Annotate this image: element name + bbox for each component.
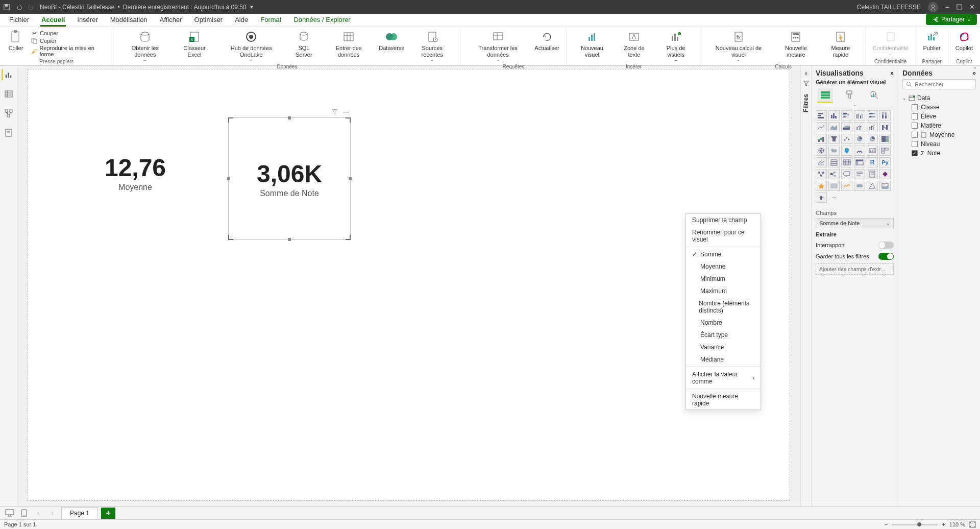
viz-donut[interactable] <box>867 134 878 144</box>
viz-image[interactable] <box>879 181 891 191</box>
viz-card-new[interactable] <box>828 181 840 191</box>
ctx-median[interactable]: Médiane <box>686 353 761 366</box>
model-view-icon[interactable] <box>3 108 14 119</box>
field-well-value[interactable]: Somme de Note ⌄ <box>816 218 894 228</box>
resize-handle[interactable] <box>288 116 291 119</box>
ctx-remove[interactable]: Supprimer le champ <box>686 214 761 226</box>
checkbox[interactable] <box>912 113 918 119</box>
viz-filled-map[interactable] <box>828 146 840 156</box>
checkbox[interactable] <box>912 150 918 156</box>
tab-donnees[interactable]: Données / Explorer <box>287 14 356 27</box>
zoom-in-icon[interactable]: + <box>942 521 945 527</box>
viz-r[interactable]: R <box>867 157 878 167</box>
fit-page-icon[interactable] <box>969 521 976 528</box>
viz-get-more[interactable] <box>816 193 827 203</box>
tab-modelisation[interactable]: Modélisation <box>104 14 154 27</box>
viz-stacked-col[interactable] <box>828 110 840 121</box>
paste-button[interactable]: Coller <box>4 29 28 53</box>
viz-azure-map[interactable] <box>841 146 852 156</box>
ctx-show-as[interactable]: Afficher la valeur comme› <box>686 368 761 388</box>
refresh-button[interactable]: Actualiser <box>532 29 562 53</box>
checkbox[interactable] <box>912 132 918 138</box>
zoom-slider[interactable] <box>892 524 938 525</box>
field-note[interactable]: ΣNote <box>902 149 976 158</box>
card-somme-note[interactable]: ⋯ 3,06K Somme de Note <box>228 117 351 240</box>
dax-view-icon[interactable] <box>3 127 14 138</box>
format-mode-icon[interactable] <box>842 88 857 103</box>
ctx-var[interactable]: Variance <box>686 341 761 353</box>
viz-100-col[interactable] <box>879 110 891 121</box>
viz-waterfall[interactable] <box>816 134 827 144</box>
sql-button[interactable]: SQL Server <box>287 29 321 59</box>
desktop-layout-icon[interactable] <box>4 508 15 518</box>
resize-handle[interactable] <box>288 238 291 241</box>
tab-afficher[interactable]: Afficher <box>154 14 188 27</box>
viz-gauge[interactable] <box>854 146 865 156</box>
card-moyenne[interactable]: 12,76 Moyenne <box>69 154 202 192</box>
viz-goals[interactable] <box>816 181 827 191</box>
drill-drop-zone[interactable]: Ajouter des champs d'extr... <box>816 263 894 275</box>
redo-icon[interactable] <box>28 4 35 11</box>
dataverse-button[interactable]: Dataverse <box>376 29 407 53</box>
zoom-out-icon[interactable]: − <box>885 521 888 527</box>
onelake-button[interactable]: Hub de données OneLake⌄ <box>216 29 286 63</box>
format-painter-button[interactable]: 🖌Reproduire la mise en forme <box>31 45 107 57</box>
viz-more[interactable]: ⋯ <box>828 193 840 203</box>
chevron-down-icon[interactable]: ⌄ <box>886 221 890 226</box>
tab-fichier[interactable]: Fichier <box>3 14 35 27</box>
more-visuals-button[interactable]: +Plus de visuels⌄ <box>655 29 697 63</box>
viz-clustered-col[interactable] <box>854 110 865 121</box>
ctx-dcount[interactable]: Nombre (éléments distincts) <box>686 297 761 317</box>
quick-measure-button[interactable]: Mesure rapide <box>820 29 861 59</box>
report-view-icon[interactable] <box>2 69 13 80</box>
ctx-count[interactable]: Nombre <box>686 317 761 329</box>
viz-line-col2[interactable] <box>867 122 878 132</box>
add-page-button[interactable]: + <box>101 508 115 519</box>
viz-ribbon[interactable] <box>879 122 891 132</box>
share-button[interactable]: Partager ⌄ <box>926 14 977 25</box>
tab-optimiser[interactable]: Optimiser <box>188 14 229 27</box>
resize-corner[interactable] <box>346 117 351 123</box>
filter-icon[interactable] <box>331 109 338 116</box>
page-tab-1[interactable]: Page 1 <box>61 507 98 519</box>
minimize-icon[interactable]: − <box>945 3 949 11</box>
new-measure-button[interactable]: Nouvelle mesure <box>773 29 820 59</box>
viz-map[interactable] <box>816 146 827 156</box>
close-icon[interactable]: ✕ <box>969 3 975 11</box>
ctx-max[interactable]: Maximum <box>686 285 761 297</box>
publish-button[interactable]: Publier <box>920 29 944 53</box>
field-matiere[interactable]: Matière <box>902 121 976 130</box>
viz-sparkline[interactable] <box>841 181 852 191</box>
viz-stacked-bar[interactable] <box>816 110 827 121</box>
viz-powerapps[interactable] <box>879 169 891 179</box>
copy-button[interactable]: Copier <box>31 37 107 44</box>
tab-aide[interactable]: Aide <box>229 14 254 27</box>
report-canvas[interactable]: 12,76 Moyenne ⋯ 3,06K Somme de Note <box>28 69 790 501</box>
viz-python[interactable]: Py <box>879 157 891 167</box>
avatar[interactable] <box>928 2 938 12</box>
viz-pie[interactable] <box>854 134 865 144</box>
expand-icon[interactable]: « <box>804 70 807 76</box>
viz-funnel[interactable] <box>828 134 840 144</box>
mobile-layout-icon[interactable] <box>18 508 30 518</box>
get-data-button[interactable]: Obtenir les données⌄ <box>118 29 173 63</box>
ctx-sum[interactable]: ✓Somme <box>686 248 761 260</box>
field-niveau[interactable]: Niveau <box>902 139 976 149</box>
resize-handle[interactable] <box>349 177 352 180</box>
viz-treemap[interactable] <box>879 134 891 144</box>
filters-pane-collapsed[interactable]: « Filtres <box>800 66 812 506</box>
resize-corner[interactable] <box>228 117 233 123</box>
field-moyenne[interactable]: Moyenne <box>902 130 976 139</box>
more-icon[interactable]: ⋯ <box>343 109 349 116</box>
viz-stacked-area[interactable] <box>841 122 852 132</box>
viz-shape[interactable] <box>867 181 878 191</box>
enter-data-button[interactable]: Entrer des données <box>322 29 375 59</box>
viz-matrix[interactable] <box>854 157 865 167</box>
viz-qa[interactable] <box>841 169 852 179</box>
search-input[interactable]: Rechercher <box>902 79 976 89</box>
viz-area[interactable] <box>828 122 840 132</box>
viz-kpi[interactable] <box>816 157 827 167</box>
viz-key-influencers[interactable] <box>816 169 827 179</box>
viz-line[interactable] <box>816 122 827 132</box>
new-calc-button[interactable]: fxNouveau calcul de visuel⌄ <box>705 29 771 63</box>
